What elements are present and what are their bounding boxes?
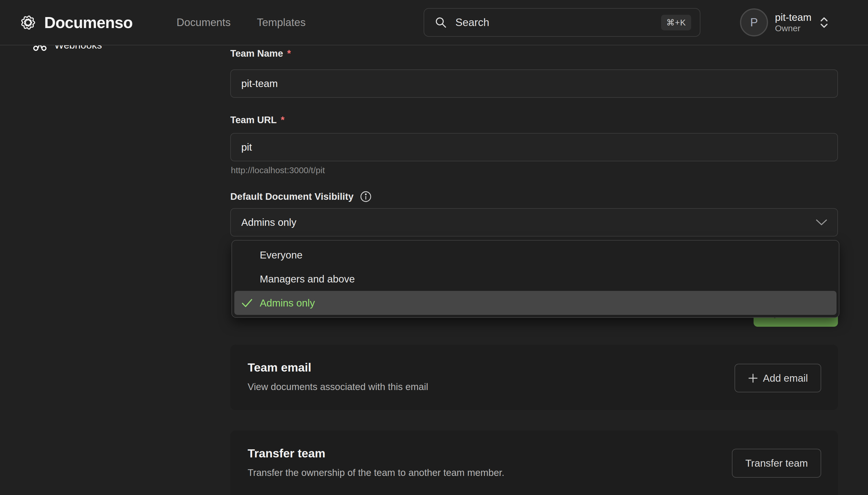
- team-settings-page: Webhooks Documenso Documents Templates ⌘…: [0, 0, 868, 495]
- top-navbar: Documenso Documents Templates ⌘+K P pit-…: [0, 0, 868, 46]
- team-name-label: Team Name*: [230, 48, 291, 59]
- transfer-team-button[interactable]: Transfer team: [732, 449, 821, 478]
- brand-name: Documenso: [44, 13, 132, 32]
- required-asterisk: *: [281, 115, 285, 125]
- visibility-label: Default Document Visibility: [230, 191, 372, 202]
- account-menu-trigger[interactable]: P pit-team Owner: [740, 8, 829, 37]
- brand-logo[interactable]: Documenso: [18, 0, 132, 45]
- team-url-label: Team URL*: [230, 115, 285, 125]
- required-asterisk: *: [287, 48, 291, 59]
- account-role: Owner: [775, 23, 811, 33]
- team-url-input[interactable]: [230, 133, 838, 161]
- visibility-dropdown-menu: Everyone Managers and above Admins only: [231, 240, 839, 318]
- nav-templates[interactable]: Templates: [257, 0, 306, 45]
- search-shortcut-badge: ⌘+K: [661, 15, 691, 30]
- visibility-select[interactable]: Admins only: [230, 208, 838, 237]
- avatar: P: [740, 8, 768, 36]
- nav-documents[interactable]: Documents: [177, 0, 231, 45]
- team-email-card: Team email View documents associated wit…: [230, 345, 838, 410]
- documenso-rosette-icon: [18, 13, 38, 32]
- option-everyone[interactable]: Everyone: [234, 243, 836, 267]
- option-managers-and-above[interactable]: Managers and above: [234, 267, 836, 291]
- account-meta: pit-team Owner: [775, 11, 811, 34]
- team-name-input[interactable]: [230, 69, 838, 98]
- transfer-team-card: Transfer team Transfer the ownership of …: [230, 430, 838, 495]
- option-admins-only[interactable]: Admins only: [234, 291, 836, 315]
- account-team-name: pit-team: [775, 11, 811, 23]
- visibility-selected-value: Admins only: [241, 217, 297, 228]
- check-icon: [241, 298, 253, 308]
- avatar-initial: P: [750, 16, 758, 29]
- search-input[interactable]: [455, 16, 653, 29]
- plus-icon: [748, 373, 758, 383]
- info-icon[interactable]: [360, 191, 372, 202]
- add-email-button[interactable]: Add email: [734, 364, 821, 392]
- search-icon: [435, 17, 447, 28]
- team-url-preview: http://localhost:3000/t/pit: [231, 165, 325, 175]
- chevrons-up-down-icon: [819, 16, 829, 30]
- chevron-down-icon: [815, 219, 828, 226]
- global-search[interactable]: ⌘+K: [424, 8, 701, 37]
